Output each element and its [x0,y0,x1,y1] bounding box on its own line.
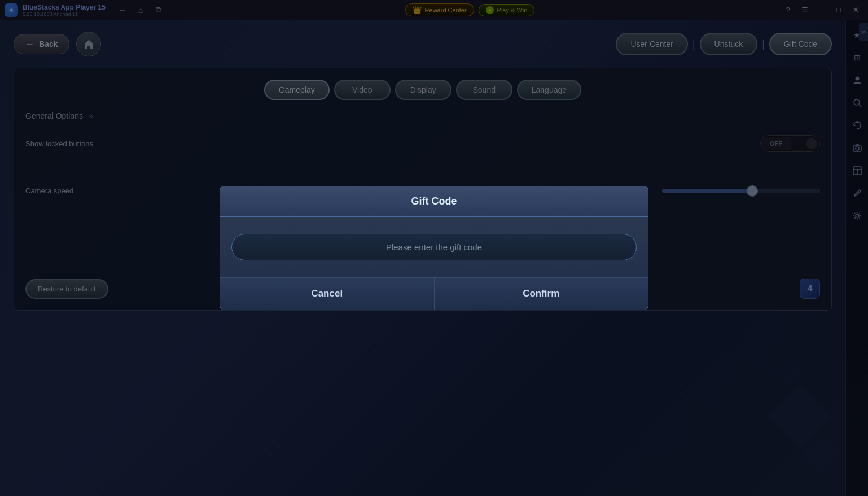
gift-code-input[interactable] [231,234,637,260]
modal-confirm-label: Confirm [523,288,559,299]
gift-code-modal: Gift Code Cancel Confirm [220,186,648,310]
modal-title: Gift Code [411,195,457,207]
modal-cancel-button[interactable]: Cancel [220,278,435,310]
modal-footer: Cancel Confirm [220,277,648,310]
modal-header: Gift Code [220,186,648,217]
modal-confirm-button[interactable]: Confirm [435,278,648,310]
modal-body [220,217,648,277]
modal-overlay[interactable]: Gift Code Cancel Confirm [0,0,868,496]
modal-cancel-label: Cancel [311,288,343,299]
